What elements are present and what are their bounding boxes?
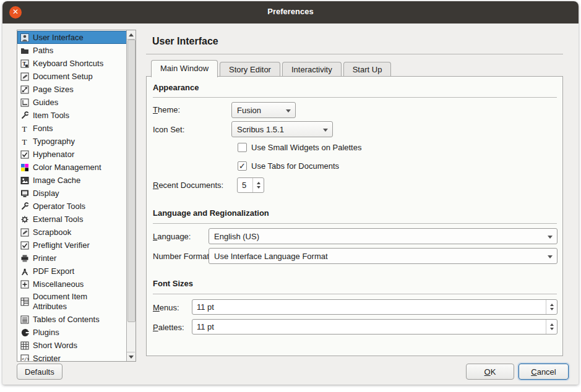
sidebar-item-printer[interactable]: Printer [17,252,127,265]
ok-button[interactable]: OK [466,364,514,380]
spin-buttons[interactable] [546,300,557,314]
spin-down-icon [550,308,554,310]
cmyk-icon [20,163,29,172]
resize-icon [20,85,29,94]
spin-up-icon [550,323,554,326]
sidebar-item-color-management[interactable]: Color Management [17,161,127,174]
theme-combobox[interactable]: Fusion [231,102,296,118]
folder-icon [20,46,29,55]
tab-start-up[interactable]: Start Up [343,62,392,77]
number-format-combobox[interactable]: Use Interface Language Format [209,248,557,264]
sidebar-item-label: Image Cache [33,176,80,185]
tab-main-window[interactable]: Main Window [151,60,218,77]
scrollbar-down-button[interactable] [127,352,135,361]
sidebar-item-label: Keyboard Shortcuts [33,59,103,69]
tab-interactivity[interactable]: Interactivity [282,62,342,77]
sidebar-item-miscellaneous[interactable]: Miscellaneous [17,278,127,291]
plugin-icon [20,328,29,337]
sidebar-item-operator-tools[interactable]: Operator Tools [17,200,127,213]
titlebar[interactable]: ✕ Preferences [2,1,579,23]
sidebar-item-tables-of-contents[interactable]: Tables of Contents [17,313,127,326]
palettes-spinbox[interactable]: 11 pt [192,319,557,334]
sidebar-item-label: Hyphenator [33,150,74,160]
sidebar-item-label: Scrapbook [33,228,71,237]
sidebar-item-external-tools[interactable]: External Tools [17,213,127,226]
language-combobox[interactable]: English (US) [209,228,557,244]
menus-spinbox[interactable]: 11 pt [192,299,557,315]
tab-bar: Main WindowStory EditorInteractivityStar… [151,61,393,77]
sidebar-item-label: Short Words [33,341,77,351]
sidebar-item-scrapbook[interactable]: Scrapbook [17,226,127,239]
sidebar-item-guides[interactable]: Guides [17,96,127,109]
chevron-down-icon [286,109,291,113]
monitor-icon [20,189,29,198]
sidebar-item-plugins[interactable]: Plugins [17,326,127,339]
spin-buttons[interactable] [546,320,557,334]
letter-t-icon: T [20,137,29,146]
scrollbar-thumb[interactable] [127,40,136,322]
sidebar-item-document-setup[interactable]: Document Setup [17,70,127,83]
checkbox-row-use-small-widgets-on-palettes[interactable]: Use Small Widgets on Palettes [238,142,361,153]
sidebar-item-label: Document Setup [33,72,93,82]
icon-set-value: Scribus 1.5.1 [237,125,284,134]
guides-icon [20,98,29,107]
sidebar-item-image-cache[interactable]: Image Cache [17,174,127,187]
sidebar-item-page-sizes[interactable]: Page Sizes [17,83,127,96]
sidebar-item-user-interface[interactable]: User Interface [17,31,127,44]
sidebar-item-item-tools[interactable]: Item Tools [17,109,127,122]
keyboard-icon: T [20,59,29,68]
sidebar-item-document-item-attributes[interactable]: Document Item Attributes [17,291,127,313]
defaults-button[interactable]: Defaults [17,364,62,380]
sidebar-item-fonts[interactable]: TFonts [17,122,127,135]
sidebar-item-typography[interactable]: TTypography [17,135,127,148]
sidebar-item-label: Miscellaneous [33,279,84,289]
checkbox-label: Use Tabs for Documents [251,161,339,171]
sidebar-item-preflight-verifier[interactable]: Preflight Verifier [17,239,127,252]
spin-up-icon [550,304,554,306]
spin-buttons[interactable] [252,178,264,192]
theme-label: Theme: [153,105,180,114]
sidebar-item-pdf-export[interactable]: PDF Export [17,265,127,278]
unchecked-checkbox-icon[interactable] [238,143,247,152]
sidebar-item-label: Item Tools [33,111,69,121]
sidebar-item-label: Fonts [33,124,53,134]
plus-box-icon [20,279,29,289]
pencil-box-icon [20,72,29,81]
chevron-down-icon [548,255,553,258]
svg-text:</>: </> [22,356,29,361]
tab-story-editor[interactable]: Story Editor [220,62,280,77]
recent-documents-spinbox[interactable]: 5 [237,177,264,193]
number-format-label: Number Format: [153,252,212,261]
cancel-button[interactable]: Cancel [519,364,569,380]
icon-set-combobox[interactable]: Scribus 1.5.1 [231,121,333,137]
main-window-tab-page: Appearance Theme: Fusion Icon Set: Scrib… [146,76,563,356]
theme-value: Fusion [237,106,261,115]
sidebar-item-hyphenator[interactable]: Hyphenator [17,148,127,161]
sidebar-item-display[interactable]: Display [17,187,127,200]
sidebar-item-label: Document Item Attributes [33,292,119,312]
checkbox-label: Use Small Widgets on Palettes [251,143,361,152]
sidebar-item-label: Printer [33,254,56,263]
sidebar-item-label: External Tools [33,215,83,224]
sidebar-item-label: Typography [33,137,75,147]
language-value: English (US) [214,232,259,241]
sidebar-item-keyboard-shortcuts[interactable]: TKeyboard Shortcuts [17,57,127,70]
language-section-heading: Language and Regionalization [153,208,269,218]
sidebar-scrollbar[interactable] [126,30,136,361]
sidebar-item-label: Preflight Verifier [33,241,90,250]
checkbox-icon [20,150,29,159]
sidebar-item-scripter[interactable]: </>Scripter [17,352,127,362]
sidebar-item-label: Operator Tools [33,202,85,211]
chevron-down-icon [548,236,553,239]
sidebar-item-short-words[interactable]: Short Words [17,339,127,352]
grid-icon [20,341,29,350]
sidebar-item-paths[interactable]: Paths [17,44,127,57]
sidebar-item-label: Page Sizes [33,85,74,95]
sidebar-item-label: Paths [33,46,53,56]
checkbox-row-use-tabs-for-documents[interactable]: ✓Use Tabs for Documents [238,161,339,171]
gear-icon [20,215,29,224]
checked-checkbox-icon[interactable]: ✓ [238,161,247,171]
scrollbar-up-button[interactable] [127,30,135,40]
image-icon [20,176,29,185]
recent-documents-label: Recent Documents: [153,181,223,190]
